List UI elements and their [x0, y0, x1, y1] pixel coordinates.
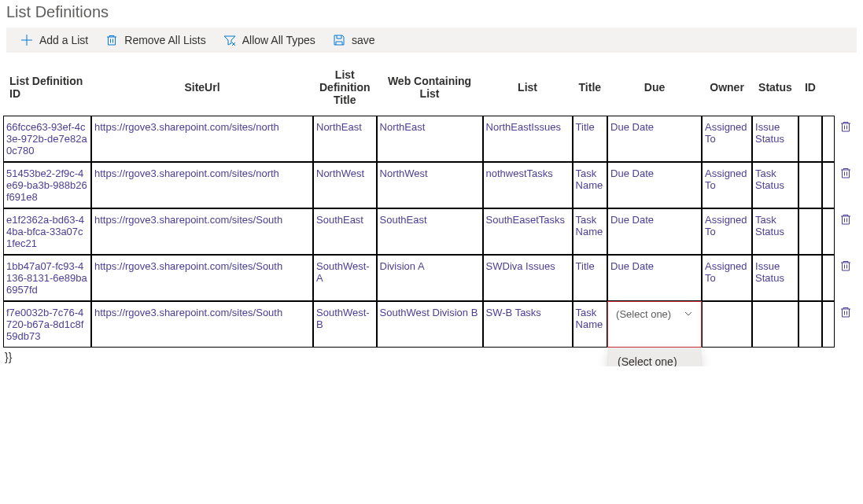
cell-title[interactable]: Title	[573, 255, 608, 301]
cell-status[interactable]: Issue Status	[752, 116, 798, 162]
table-row[interactable]: e1f2362a-bd63-44ba-bfca-33a07c1fec21 htt…	[3, 208, 857, 255]
cell-extra[interactable]	[822, 116, 835, 162]
debug-text: }}	[0, 348, 863, 366]
col-due[interactable]: Due	[607, 62, 702, 116]
cell-list[interactable]: SWDiva Issues	[483, 255, 573, 301]
cell-due[interactable]: Due Date	[607, 162, 702, 208]
delete-row-icon[interactable]	[839, 309, 852, 321]
cell-iid[interactable]	[798, 301, 822, 348]
cell-title[interactable]: Task Name	[573, 162, 608, 208]
chevron-down-icon	[684, 309, 693, 320]
trash-icon	[105, 34, 118, 46]
cell-due[interactable]: Due Date	[607, 255, 702, 301]
save-button[interactable]: save	[333, 34, 375, 46]
table-row[interactable]: 66fcce63-93ef-4c3e-972b-de7e82a0c780 htt…	[3, 116, 857, 162]
allow-all-label: Allow All Types	[242, 34, 315, 46]
cell-web[interactable]: NorthWest	[377, 162, 483, 208]
cell-due-dropdown[interactable]: (Select one) (Select one) Created Due Da…	[607, 301, 702, 348]
col-status[interactable]: Status	[752, 62, 798, 116]
table-row[interactable]: f7e0032b-7c76-4720-b67a-8d1c8f59db73 htt…	[3, 301, 857, 348]
cell-siteurl[interactable]: https://rgove3.sharepoint.com/sites/nort…	[91, 116, 313, 162]
cell-iid[interactable]	[798, 208, 822, 255]
cell-extra[interactable]	[822, 301, 835, 348]
due-dropdown-selected: (Select one)	[616, 308, 671, 320]
cell-deftitle[interactable]: NorthEast	[313, 116, 377, 162]
cell-iid[interactable]	[798, 162, 822, 208]
add-list-button[interactable]: Add a List	[20, 34, 88, 46]
cell-iid[interactable]	[798, 116, 822, 162]
cell-title[interactable]: Title	[573, 116, 608, 162]
cell-deftitle[interactable]: SouthWest-A	[313, 255, 377, 301]
delete-row-icon[interactable]	[839, 123, 852, 135]
cell-extra[interactable]	[822, 162, 835, 208]
allow-all-button[interactable]: Allow All Types	[223, 34, 315, 46]
cell-list[interactable]: NorthEastIssues	[483, 116, 573, 162]
delete-row-icon[interactable]	[839, 170, 852, 182]
cell-list[interactable]: SW-B Tasks	[483, 301, 573, 348]
cell-title[interactable]: Task Name	[573, 301, 608, 348]
cell-siteurl[interactable]: https://rgove3.sharepoint.com/sites/Sout…	[91, 301, 313, 348]
remove-all-button[interactable]: Remove All Lists	[105, 34, 205, 46]
cell-status[interactable]: Issue Status	[752, 255, 798, 301]
col-owner[interactable]: Owner	[702, 62, 752, 116]
page-title: List Definitions	[0, 0, 863, 28]
cell-owner[interactable]: Assigned To	[702, 116, 752, 162]
dropdown-option[interactable]: (Select one)	[608, 348, 701, 366]
cell-siteurl[interactable]: https://rgove3.sharepoint.com/sites/Sout…	[91, 255, 313, 301]
cell-web[interactable]: SouthEast	[377, 208, 483, 255]
cell-deftitle[interactable]: NorthWest	[313, 162, 377, 208]
cell-siteurl[interactable]: https://rgove3.sharepoint.com/sites/Sout…	[91, 208, 313, 255]
delete-row-icon[interactable]	[839, 216, 852, 228]
save-label: save	[352, 34, 375, 46]
cell-id[interactable]: 51453be2-2f9c-4e69-ba3b-988b26f691e8	[3, 162, 91, 208]
table-row[interactable]: 1bb47a07-fc93-4136-8131-6e89ba6957fd htt…	[3, 255, 857, 301]
col-siteurl[interactable]: SiteUrl	[91, 62, 313, 116]
cell-owner[interactable]: Assigned To	[702, 162, 752, 208]
cell-id[interactable]: 66fcce63-93ef-4c3e-972b-de7e82a0c780	[3, 116, 91, 162]
col-iid[interactable]: ID	[798, 62, 822, 116]
col-id[interactable]: List Definition ID	[3, 62, 91, 116]
cell-owner[interactable]: Assigned To	[702, 208, 752, 255]
cell-extra[interactable]	[822, 208, 835, 255]
cell-extra[interactable]	[822, 255, 835, 301]
col-webcontaining[interactable]: Web Containing List	[377, 62, 483, 116]
add-list-label: Add a List	[39, 34, 88, 46]
cell-list[interactable]: nothwestTasks	[483, 162, 573, 208]
cell-web[interactable]: NorthEast	[377, 116, 483, 162]
cell-deftitle[interactable]: SouthEast	[313, 208, 377, 255]
remove-all-label: Remove All Lists	[124, 34, 205, 46]
cell-due[interactable]: Due Date	[607, 208, 702, 255]
cell-status[interactable]	[752, 301, 798, 348]
cell-web[interactable]: Division A	[377, 255, 483, 301]
toolbar: Add a List Remove All Lists Allow All Ty…	[6, 28, 857, 53]
due-dropdown-menu: (Select one) Created Due Date Modified S…	[608, 348, 701, 366]
list-definitions-table: List Definition ID SiteUrl List Definiti…	[3, 62, 857, 348]
cell-list[interactable]: SouthEasetTasks	[483, 208, 573, 255]
col-title[interactable]: Title	[573, 62, 608, 116]
cell-id[interactable]: 1bb47a07-fc93-4136-8131-6e89ba6957fd	[3, 255, 91, 301]
cell-status[interactable]: Task Status	[752, 208, 798, 255]
col-deftitle[interactable]: List Definition Title	[313, 62, 377, 116]
cell-id[interactable]: e1f2362a-bd63-44ba-bfca-33a07c1fec21	[3, 208, 91, 255]
col-list[interactable]: List	[483, 62, 573, 116]
cell-owner[interactable]: Assigned To	[702, 255, 752, 301]
cell-due[interactable]: Due Date	[607, 116, 702, 162]
plus-icon	[20, 34, 33, 46]
cell-web[interactable]: SouthWest Division B	[377, 301, 483, 348]
cell-status[interactable]: Task Status	[752, 162, 798, 208]
delete-row-icon[interactable]	[839, 263, 852, 274]
cell-deftitle[interactable]: SouthWest-B	[313, 301, 377, 348]
due-dropdown-trigger[interactable]: (Select one)	[610, 304, 699, 325]
filter-clear-icon	[223, 34, 236, 46]
cell-iid[interactable]	[798, 255, 822, 301]
save-icon	[333, 34, 345, 46]
cell-owner[interactable]	[702, 301, 752, 348]
table-row[interactable]: 51453be2-2f9c-4e69-ba3b-988b26f691e8 htt…	[3, 162, 857, 208]
cell-id[interactable]: f7e0032b-7c76-4720-b67a-8d1c8f59db73	[3, 301, 91, 348]
cell-title[interactable]: Task Name	[573, 208, 608, 255]
cell-siteurl[interactable]: https://rgove3.sharepoint.com/sites/nort…	[91, 162, 313, 208]
